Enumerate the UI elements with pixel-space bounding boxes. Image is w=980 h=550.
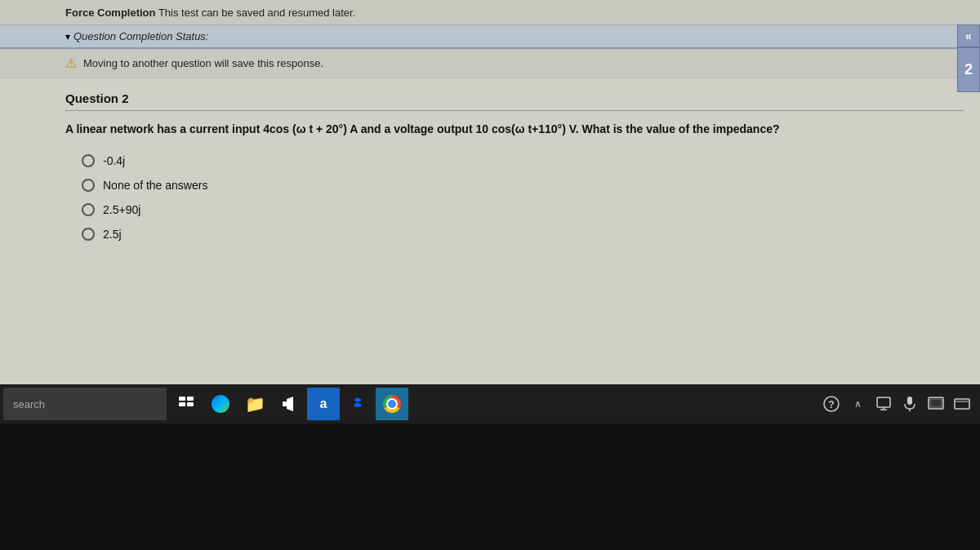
force-completion-detail: This test can be saved and resumed later… xyxy=(158,7,355,19)
text-a-symbol: a xyxy=(320,397,327,411)
dark-background xyxy=(0,424,980,550)
edge-browser-icon[interactable] xyxy=(204,388,237,420)
svg-rect-16 xyxy=(930,399,942,407)
text-input-icon[interactable]: a xyxy=(307,388,340,420)
question-area: Question 2 A linear network has a curren… xyxy=(0,78,980,254)
force-completion-text: Force Completion This test can be saved … xyxy=(65,7,355,19)
taskbar: search 📁 a xyxy=(0,384,980,424)
audio-icon[interactable] xyxy=(273,388,305,420)
edge-icon-shape xyxy=(212,395,229,413)
svg-rect-1 xyxy=(187,397,194,401)
option-text-2: None of the answers xyxy=(103,179,207,192)
warning-area: ⚠ Moving to another question will save t… xyxy=(0,49,980,78)
option-text-4: 2.5j xyxy=(103,228,122,241)
answer-option-2[interactable]: None of the answers xyxy=(82,179,964,192)
svg-text:?: ? xyxy=(828,399,834,410)
answer-option-3[interactable]: 2.5+90j xyxy=(82,203,964,216)
taskbar-search-box[interactable]: search xyxy=(3,388,167,420)
help-tray-icon[interactable]: ? xyxy=(820,388,843,420)
option-text-3: 2.5+90j xyxy=(103,203,140,216)
svg-rect-13 xyxy=(907,397,912,405)
radio-option-3[interactable] xyxy=(82,203,95,216)
file-explorer-symbol: 📁 xyxy=(245,394,265,414)
task-view-icon[interactable] xyxy=(170,388,203,420)
question-number: Question 2 xyxy=(65,91,964,111)
svg-rect-3 xyxy=(187,402,194,406)
collapse-left-button[interactable]: « xyxy=(957,24,980,47)
radio-option-2[interactable] xyxy=(82,179,95,192)
display-settings-icon[interactable] xyxy=(872,388,895,420)
collapse-right-button[interactable]: 2 xyxy=(957,47,980,92)
window-full-icon[interactable] xyxy=(951,388,973,420)
microphone-icon[interactable] xyxy=(898,388,921,420)
svg-rect-4 xyxy=(283,401,287,406)
chrome-icon-shape xyxy=(383,395,401,413)
top-bar: Force Completion This test can be saved … xyxy=(0,0,980,25)
option-text-1: -0.4j xyxy=(103,154,125,167)
warning-text: Moving to another question will save thi… xyxy=(83,57,323,69)
svg-rect-17 xyxy=(955,399,969,409)
svg-rect-10 xyxy=(877,397,890,407)
question-text: A linear network has a current input 4co… xyxy=(65,121,964,138)
answer-options: -0.4j None of the answers 2.5+90j 2.5j xyxy=(65,154,964,241)
answer-option-1[interactable]: -0.4j xyxy=(82,154,964,167)
screenshot-icon[interactable] xyxy=(924,388,947,420)
file-explorer-icon[interactable]: 📁 xyxy=(238,388,271,420)
system-tray: ? ∧ xyxy=(820,388,977,420)
caret-up-icon[interactable]: ∧ xyxy=(846,388,869,420)
chrome-icon[interactable] xyxy=(376,388,408,420)
answer-option-4[interactable]: 2.5j xyxy=(82,228,964,241)
status-bar-label: Question Completion Status: xyxy=(74,30,208,42)
dropbox-icon[interactable] xyxy=(341,388,374,420)
question-completion-status-bar: ▾ Question Completion Status: xyxy=(0,25,980,49)
search-text: search xyxy=(13,398,45,410)
radio-option-4[interactable] xyxy=(82,228,95,241)
main-content: Force Completion This test can be saved … xyxy=(0,0,980,408)
warning-icon: ⚠ xyxy=(65,55,77,71)
force-completion-label: Force Completion xyxy=(65,7,156,19)
svg-marker-5 xyxy=(287,397,293,411)
svg-rect-0 xyxy=(179,397,185,401)
taskbar-icons-group: 📁 a xyxy=(170,388,408,420)
svg-rect-2 xyxy=(179,402,185,406)
collapse-arrow-icon: ▾ xyxy=(65,31,70,42)
radio-option-1[interactable] xyxy=(82,154,95,167)
